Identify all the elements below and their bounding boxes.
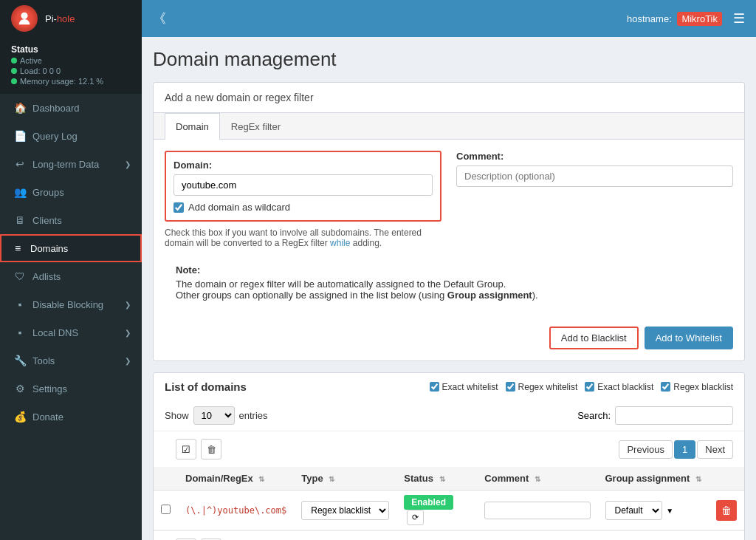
wildcard-checkbox[interactable]	[173, 202, 184, 213]
add-domain-card-header: Add a new domain or regex filter	[154, 83, 744, 113]
filter-exact-whitelist: Exact whitelist	[430, 382, 498, 392]
sidebar-item-donate[interactable]: 💰 Donate	[0, 403, 142, 431]
filter-exact-whitelist-label: Exact whitelist	[442, 382, 498, 392]
filter-regex-blacklist: Regex blacklist	[661, 382, 733, 392]
sidebar-item-adlists[interactable]: 🛡 Adlists	[0, 262, 142, 290]
sort-comment-icon: ⇅	[535, 475, 540, 483]
sort-status-icon: ⇅	[439, 475, 445, 483]
domain-form: Domain: Add domain as wildcard Check thi…	[154, 140, 744, 319]
status-memory-text: Memory usage: 12.1 %	[20, 77, 103, 86]
home-icon: 🏠	[13, 101, 27, 115]
chevron-right-icon: ❯	[125, 160, 131, 168]
col-comment: Comment ⇅	[477, 467, 597, 491]
tools-icon: 🔧	[13, 354, 27, 367]
select-all-button[interactable]: ☑	[176, 439, 196, 459]
sidebar-item-clients[interactable]: 🖥 Clients	[0, 206, 142, 234]
col-type: Type ⇅	[294, 467, 396, 491]
sidebar-item-label-query-log: Query Log	[32, 131, 78, 142]
sort-domain-icon: ⇅	[258, 475, 264, 483]
comment-label: Comment:	[456, 151, 733, 162]
top-page-1-button[interactable]: 1	[674, 440, 695, 459]
top-table-actions: ☑ 🗑	[165, 436, 233, 462]
add-to-blacklist-button[interactable]: Add to Blacklist	[549, 327, 639, 349]
comment-input[interactable]	[456, 165, 733, 187]
col-actions	[709, 467, 744, 491]
table-header-row: Domain/RegEx ⇅ Type ⇅ Status ⇅ Comment	[154, 467, 744, 491]
add-to-whitelist-button[interactable]: Add to Whitelist	[645, 327, 733, 349]
show-label: Show	[165, 410, 189, 421]
status-memory-row: Memory usage: 12.1 %	[11, 77, 131, 86]
donate-icon: 💰	[13, 410, 27, 423]
sidebar-item-domains[interactable]: ≡ Domains	[0, 234, 142, 262]
row-domain-cell: (\.|^)youtube\.com$	[178, 491, 294, 530]
sidebar-item-long-term-data[interactable]: ↩ Long-term Data ❯	[0, 150, 142, 178]
filter-exact-blacklist: Exact blacklist	[585, 382, 653, 392]
chevron-right-dns-icon: ❯	[125, 329, 131, 337]
row-type-select[interactable]: Regex blacklist Exact blacklist Regex wh…	[301, 501, 389, 520]
settings-icon: ⚙	[13, 382, 27, 395]
table-body: (\.|^)youtube\.com$ Regex blacklist Exac…	[154, 491, 744, 530]
delete-selected-button[interactable]: 🗑	[201, 439, 221, 459]
hostname-value: MikroTik	[677, 12, 722, 26]
top-next-button[interactable]: Next	[697, 440, 733, 459]
top-pagination: Previous 1 Next	[619, 440, 733, 459]
row-status-toggle[interactable]: ⟳	[407, 510, 424, 525]
tab-regex-filter[interactable]: RegEx filter	[220, 113, 292, 140]
row-status-badge: Enabled	[404, 495, 453, 510]
topbar-menu-button[interactable]: ☰	[733, 10, 745, 27]
search-box: Search:	[577, 406, 733, 425]
sidebar-item-label-disable-blocking: Disable Blocking	[32, 299, 103, 310]
sidebar-toggle-button[interactable]: 《	[153, 10, 166, 27]
row-domain-value: (\.|^)youtube\.com$	[185, 505, 286, 516]
domain-input[interactable]	[173, 174, 433, 196]
sidebar-item-label-clients: Clients	[32, 215, 62, 226]
row-comment-cell	[477, 491, 597, 530]
search-label: Search:	[577, 410, 611, 421]
sidebar-item-dashboard[interactable]: 🏠 Dashboard	[0, 94, 142, 122]
query-log-icon: 📄	[13, 129, 27, 143]
sidebar-title: Pi-hole	[45, 13, 75, 24]
status-memory-dot	[11, 78, 17, 84]
sidebar-item-query-log[interactable]: 📄 Query Log	[0, 122, 142, 150]
sidebar-item-groups[interactable]: 👥 Groups	[0, 178, 142, 206]
status-load-text: Load: 0 0 0	[20, 66, 61, 75]
topbar: 《 hostname: MikroTik ☰	[142, 0, 756, 37]
top-prev-button[interactable]: Previous	[619, 440, 673, 459]
filter-regex-whitelist: Regex whitelist	[506, 382, 578, 392]
table-controls: Show 10 25 50 100 entries Search:	[154, 400, 744, 431]
search-input[interactable]	[615, 406, 733, 425]
sidebar-item-disable-blocking[interactable]: ▪ Disable Blocking ❯	[0, 290, 142, 318]
row-comment-input[interactable]	[484, 502, 590, 519]
filter-exact-blacklist-checkbox[interactable]	[585, 382, 594, 392]
table-head: Domain/RegEx ⇅ Type ⇅ Status ⇅ Comment	[154, 467, 744, 491]
status-load-row: Load: 0 0 0	[11, 66, 131, 75]
row-delete-button[interactable]: 🗑	[716, 500, 737, 521]
row-type-cell: Regex blacklist Exact blacklist Regex wh…	[294, 491, 396, 530]
hostname-label: hostname:	[627, 13, 672, 24]
col-group-assignment: Group assignment ⇅	[598, 467, 709, 491]
wildcard-label[interactable]: Add domain as wildcard	[188, 202, 290, 213]
sort-type-icon: ⇅	[329, 475, 334, 483]
filter-regex-whitelist-label: Regex whitelist	[518, 382, 578, 392]
filter-regex-whitelist-checkbox[interactable]	[506, 382, 515, 392]
tab-domain[interactable]: Domain	[165, 113, 220, 140]
filter-regex-blacklist-checkbox[interactable]	[661, 382, 670, 392]
status-load-dot	[11, 68, 17, 74]
filter-exact-whitelist-checkbox[interactable]	[430, 382, 439, 392]
bottom-table-actions: ☑ 🗑	[165, 536, 233, 540]
domain-form-row: Domain: Add domain as wildcard Check thi…	[165, 151, 733, 248]
sidebar-item-tools[interactable]: 🔧 Tools ❯	[0, 346, 142, 375]
domain-field-col: Domain: Add domain as wildcard Check thi…	[165, 151, 441, 248]
page-content: Domain management Add a new domain or re…	[142, 37, 756, 540]
page-title: Domain management	[153, 48, 745, 71]
row-group-select[interactable]: Default	[605, 501, 662, 520]
entries-select[interactable]: 10 25 50 100	[193, 406, 235, 425]
sidebar-item-label-domains: Domains	[30, 243, 68, 254]
sidebar-item-label-long-term: Long-term Data	[32, 159, 99, 170]
sidebar-item-local-dns[interactable]: ▪ Local DNS ❯	[0, 318, 142, 346]
note-line1: The domain or regex filter will be autom…	[176, 278, 722, 290]
sidebar-item-settings[interactable]: ⚙ Settings	[0, 375, 142, 403]
status-active-label: Active	[20, 56, 42, 65]
comment-field-col: Comment:	[456, 151, 733, 248]
row-checkbox[interactable]	[161, 505, 171, 514]
